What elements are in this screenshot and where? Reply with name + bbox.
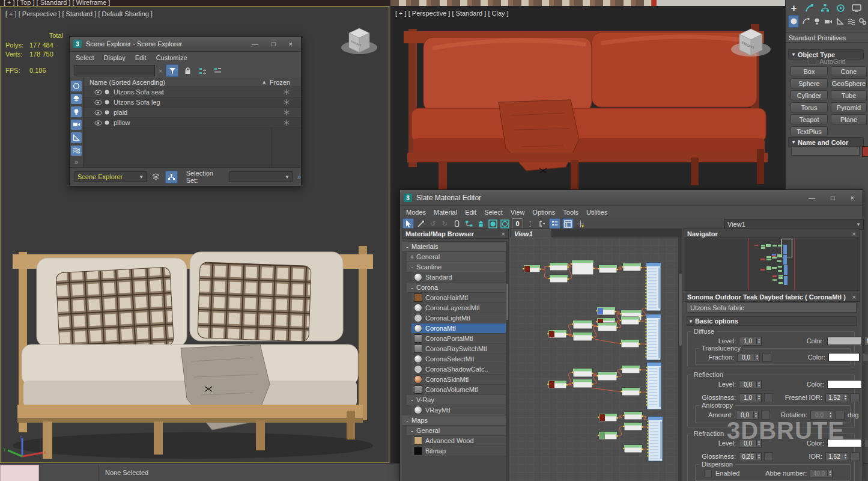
browser-tree-item[interactable]: CoronaPortalMtl (411, 334, 506, 344)
translucency-color-swatch[interactable] (828, 353, 860, 361)
menu-edit[interactable]: Edit (135, 54, 147, 61)
fraction-map-button[interactable] (762, 353, 771, 362)
lights-filter-icon[interactable] (71, 106, 82, 117)
minimize-icon[interactable]: — (252, 40, 258, 47)
glossiness-map-button[interactable] (764, 393, 773, 402)
object-color-swatch[interactable] (862, 146, 868, 157)
show-shaded-material-icon[interactable] (488, 219, 498, 229)
hierarchy-tab-icon[interactable] (819, 2, 831, 14)
tree-toggle-icon[interactable]: - (404, 417, 410, 424)
browser-tree-item[interactable]: CoronaRaySwitchMtl (411, 344, 506, 354)
redo-arrow-icon[interactable]: ↻ (440, 219, 450, 229)
maximize-icon[interactable]: □ (272, 40, 276, 47)
menu-customize[interactable]: Customize (156, 54, 187, 61)
filter-funnel-icon[interactable] (166, 64, 178, 77)
assign-material-icon[interactable] (476, 219, 486, 229)
expand-tree-icon[interactable] (197, 65, 208, 76)
browser-tree-item[interactable]: Standard (411, 272, 506, 283)
explorer-type-combo[interactable]: Scene Explorer ▼ (74, 171, 147, 182)
tube-button[interactable]: Tube (831, 90, 867, 100)
layers-icon[interactable] (150, 171, 162, 183)
tree-toggle-icon[interactable]: + (409, 253, 415, 260)
navigator-map[interactable] (684, 237, 860, 291)
reflection-level-spinner[interactable]: 0,0 ▴▾ (739, 380, 762, 389)
cylinder-button[interactable]: Cylinder (791, 90, 828, 100)
menu-modes[interactable]: Modes (406, 209, 426, 216)
parameter-editor-title[interactable]: Sonoma Outdoor Teak Daybed fabric ( Coro… (684, 292, 860, 302)
pick-material-icon[interactable] (416, 219, 426, 229)
minimize-icon[interactable]: — (809, 194, 815, 201)
frozen-icon[interactable] (284, 109, 290, 115)
visibility-eye-icon[interactable] (94, 110, 102, 115)
frozen-icon[interactable] (284, 120, 290, 126)
browser-tree-item[interactable]: CoronaVolumeMtl (411, 385, 506, 395)
browser-tree-group[interactable]: -V-Ray (407, 395, 506, 405)
close-icon[interactable]: × (502, 230, 505, 237)
browser-title[interactable]: Material/Map Browser × (402, 228, 509, 239)
browser-tree-item[interactable]: CoronaLayeredMtl (411, 303, 506, 313)
torus-button[interactable]: Torus (791, 102, 828, 112)
ior-map-button[interactable] (851, 452, 860, 461)
node-graph[interactable] (510, 237, 678, 481)
show-maps-level-icon[interactable]: 0 (512, 218, 523, 230)
box-button[interactable]: Box (791, 66, 828, 76)
undo-arrow-icon[interactable]: ↺ (428, 219, 438, 229)
close-icon[interactable]: × (852, 230, 856, 237)
helpers-filter-icon[interactable] (71, 132, 82, 143)
hierarchy-icon[interactable] (165, 171, 178, 183)
browser-tree-group[interactable]: -Maps (402, 415, 506, 426)
scene-object-row[interactable]: Utzons Sofa seat (83, 87, 301, 97)
scene-object-row[interactable]: pillow (83, 118, 301, 128)
dispersion-enabled-checkbox[interactable] (704, 470, 712, 477)
graph-scrollbar[interactable] (678, 237, 682, 481)
show-background-icon[interactable] (500, 219, 510, 229)
browser-tree-group[interactable]: -General (407, 426, 506, 436)
reflection-color-swatch[interactable] (827, 380, 862, 388)
geometry-filter-icon[interactable] (71, 94, 82, 105)
node-view-area[interactable]: View1 (510, 228, 682, 481)
viewport-label[interactable]: [ + ] [ Perspective ] [ Standard ] [ Def… (5, 10, 153, 17)
display-all-filter-icon[interactable] (71, 81, 82, 91)
menu-tools[interactable]: Tools (563, 209, 578, 216)
close-icon[interactable]: × (289, 40, 293, 47)
cone-button[interactable]: Cone (831, 66, 867, 76)
browser-tree-group[interactable]: -Scanline (407, 262, 506, 272)
diffuse-map-button[interactable]: M (864, 337, 868, 346)
viewcube[interactable]: FRONT (338, 23, 380, 58)
frozen-column-header[interactable]: Frozen (270, 79, 290, 86)
browser-tree-item[interactable]: CoronaHairMtl (411, 293, 506, 303)
browser-scrollbar[interactable] (506, 242, 509, 481)
material-id-channel-icon[interactable] (549, 218, 560, 230)
visibility-eye-icon[interactable] (94, 120, 102, 126)
browser-tree-item[interactable]: Bitmap (411, 446, 506, 456)
delete-selected-icon[interactable] (452, 219, 462, 229)
tree-toggle-icon[interactable]: - (409, 427, 415, 434)
tree-toggle-icon[interactable]: - (404, 243, 410, 250)
fresnel-ior-spinner[interactable]: 1,52 ▴▾ (825, 393, 848, 402)
browser-tree-group[interactable]: -Materials (402, 242, 506, 252)
modify-tab-icon[interactable] (804, 2, 815, 14)
search-clear-icon[interactable]: × (159, 67, 162, 75)
scene-object-row[interactable]: Utzons Sofa leg (83, 97, 301, 108)
visibility-eye-icon[interactable] (94, 90, 102, 95)
textplus-button[interactable]: TextPlus (791, 126, 828, 136)
show-parameter-editor-icon[interactable] (562, 218, 574, 230)
systems-subtab-icon[interactable] (858, 16, 867, 27)
tree-toggle-icon[interactable]: - (409, 263, 415, 271)
helpers-subtab-icon[interactable] (835, 16, 845, 27)
browser-tree-item[interactable]: CoronaSelectMtl (411, 354, 506, 364)
material-name-field[interactable]: Utzons Sofa fabric (687, 302, 857, 313)
layout-children-icon[interactable] (537, 219, 547, 229)
glossiness-spinner[interactable]: 1,0 ▴▾ (739, 393, 762, 402)
pyramid-button[interactable]: Pyramid (831, 102, 867, 112)
menu-utilities[interactable]: Utilities (586, 209, 607, 216)
browser-tree-item[interactable]: CoronaMtl (411, 323, 506, 334)
frozen-icon[interactable] (284, 99, 290, 105)
scene-object-row[interactable]: plaid (83, 108, 301, 118)
abbe-number-spinner[interactable]: 40,0 ▴▾ (810, 469, 833, 478)
basic-options-rollout[interactable]: ▾ Basic options (687, 316, 857, 326)
more-filters-chevrons[interactable]: » (74, 158, 78, 165)
menu-options[interactable]: Options (532, 209, 555, 216)
list-header[interactable]: Name (Sorted Ascending) ▲ Frozen (83, 78, 301, 87)
fraction-spinner[interactable]: 0,0 ▴▾ (737, 353, 760, 362)
